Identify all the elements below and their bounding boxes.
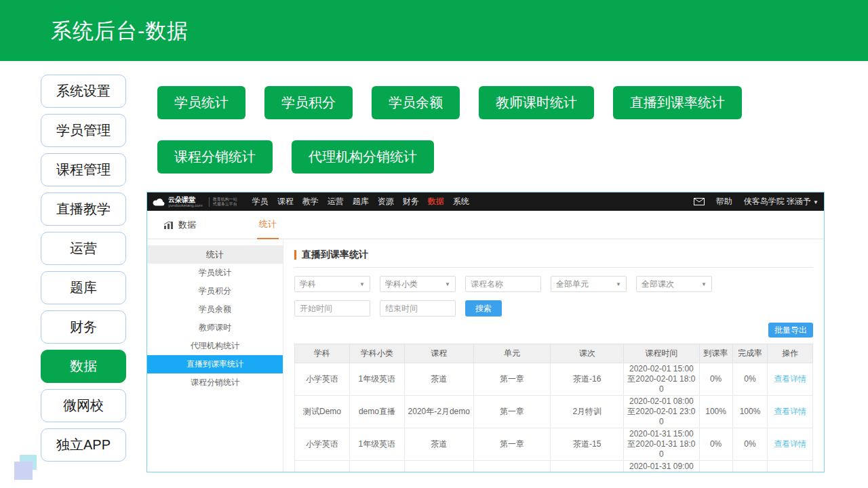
quick-buttons-row1: 学员统计 学员积分 学员余额 教师课时统计 直播到课率统计 <box>157 86 742 119</box>
app-nav-item[interactable]: 课程 <box>277 196 294 207</box>
decor-square-lavender <box>14 462 33 480</box>
quick-buttons-row2: 课程分销统计 代理机构分销统计 <box>157 140 434 174</box>
bar-chart-icon <box>163 220 174 229</box>
table-header-cell: 到课率 <box>699 344 732 363</box>
cell-course: 寒假辅导 <box>404 461 473 473</box>
filter-row-2: 搜索 <box>294 300 813 317</box>
app-nav-item[interactable]: 学员 <box>252 196 269 207</box>
help-link[interactable]: 帮助 <box>716 196 732 207</box>
category-select[interactable]: 学科小类 ▼ <box>380 276 456 292</box>
cell-category: demo直播 <box>349 396 404 428</box>
sidebar-item[interactable]: 运营 <box>41 232 126 265</box>
cell-attendance: 0% <box>699 461 732 473</box>
cell-attendance: 0% <box>699 428 732 461</box>
table-row: 小学英语 1年级英语 茶道 第一章 茶道-15 2020-01-31 15:00… <box>295 428 813 461</box>
menu-item[interactable]: 教师课时 <box>147 319 283 337</box>
export-row: 批量导出 <box>294 323 813 338</box>
cell-unit: 第一章 <box>473 363 551 396</box>
cell-category: 1年级英语 <box>349 428 404 461</box>
app-nav-item[interactable]: 运营 <box>328 196 344 207</box>
batch-export-button[interactable]: 批量导出 <box>768 323 813 338</box>
view-detail-link[interactable]: 查看详情 <box>774 472 806 472</box>
table-row: 小学英语 1年级英语 茶道 第一章 茶道-16 2020-02-01 15:00… <box>295 363 813 396</box>
cell-subject: 小学英语 <box>295 461 350 473</box>
chevron-down-icon: ▼ <box>445 281 450 287</box>
menu-item[interactable]: 学员统计 <box>147 264 283 282</box>
attendance-panel: 直播到课率统计 学科 ▼ 学科小类 ▼ 全部单元 ▼ 全部课次 ▼ <box>283 239 824 472</box>
quick-stat-button[interactable]: 学员积分 <box>264 86 353 119</box>
app-nav-item[interactable]: 数据 <box>428 196 444 207</box>
cell-time: 2020-02-01 15:00至2020-02-01 18:00 <box>624 363 700 396</box>
end-time-input[interactable] <box>380 300 456 317</box>
chevron-down-icon: ▼ <box>616 281 621 287</box>
start-time-input[interactable] <box>294 300 370 317</box>
statistics-menu: 统计 学员统计 学员积分 学员余额 教师课时 代理机构统计 直播到课率统计 课程… <box>147 239 283 472</box>
subject-select[interactable]: 学科 ▼ <box>294 276 370 292</box>
table-row: 测试Demo demo直播 2020年-2月demo 第一章 2月特训 2020… <box>295 396 813 428</box>
table-header-cell: 课次 <box>551 344 624 363</box>
cell-time: 2020-01-31 09:00至2020-01-31 18:00 <box>624 461 700 473</box>
view-detail-link[interactable]: 查看详情 <box>774 374 806 384</box>
app-nav-item[interactable]: 题库 <box>353 196 369 207</box>
cell-lesson: 2月特训 <box>551 396 624 428</box>
cell-course: 茶道 <box>404 363 473 396</box>
view-detail-link[interactable]: 查看详情 <box>774 407 806 416</box>
cell-course: 2020年-2月demo <box>404 396 473 428</box>
cell-subject: 小学英语 <box>295 428 350 461</box>
quick-stat-button[interactable]: 课程分销统计 <box>157 140 273 174</box>
cell-completion: 0% <box>732 363 768 396</box>
cell-lesson: 茶道-16 <box>551 363 624 396</box>
session-select[interactable]: 全部课次 ▼ <box>636 276 712 292</box>
cell-category: 1年级英语 <box>349 461 404 473</box>
table-header-cell: 单元 <box>473 344 551 363</box>
menu-item[interactable]: 学员积分 <box>147 282 283 300</box>
cell-lesson: 寒假辅导-5 <box>551 461 624 473</box>
title-accent-bar <box>294 250 296 260</box>
quick-stat-button[interactable]: 代理机构分销统计 <box>292 140 434 174</box>
unit-select[interactable]: 全部单元 ▼ <box>551 276 627 292</box>
app-navbar: 云朵课堂 yunduoketang.com 教育机构一站 式服务云平台 学员 课… <box>147 192 824 211</box>
view-detail-link[interactable]: 查看详情 <box>774 439 806 449</box>
course-name-input[interactable] <box>465 276 541 292</box>
account-menu[interactable]: 侠客岛学院 张涵予▼ <box>744 196 818 207</box>
tab-statistics[interactable]: 统计 <box>257 211 279 239</box>
sidebar-item[interactable]: 学员管理 <box>41 114 126 147</box>
logo-url: yunduoketang.com <box>168 203 203 207</box>
cell-category: 1年级英语 <box>349 363 404 396</box>
breadcrumb-row: 数据 统计 <box>147 211 824 239</box>
sidebar-item[interactable]: 系统设置 <box>41 75 126 108</box>
quick-stat-button[interactable]: 直播到课率统计 <box>613 86 742 119</box>
menu-item[interactable]: 直播到课率统计 <box>147 355 283 373</box>
quick-stat-button[interactable]: 学员统计 <box>157 86 245 119</box>
menu-item[interactable]: 课程分销统计 <box>147 373 283 392</box>
app-nav-item[interactable]: 资源 <box>378 196 394 207</box>
sidebar-item[interactable]: 数据 <box>41 350 126 383</box>
cloud-icon <box>153 198 165 206</box>
table-header-cell: 课程时间 <box>624 344 700 363</box>
cell-action: 查看详情 <box>768 363 813 396</box>
sidebar-item[interactable]: 课程管理 <box>41 153 126 186</box>
menu-item[interactable]: 代理机构统计 <box>147 337 283 355</box>
app-body: 统计 学员统计 学员积分 学员余额 教师课时 代理机构统计 直播到课率统计 课程… <box>147 239 824 472</box>
sidebar-item[interactable]: 微网校 <box>41 389 126 422</box>
menu-item[interactable]: 学员余额 <box>147 300 283 319</box>
sidebar-item[interactable]: 财务 <box>41 310 126 344</box>
mail-icon[interactable] <box>694 198 705 205</box>
quick-stat-button[interactable]: 学员余额 <box>372 86 460 119</box>
app-nav-item[interactable]: 系统 <box>453 196 469 207</box>
table-header-cell: 学科 <box>295 344 350 363</box>
cell-time: 2020-02-01 08:00至2020-02-01 23:00 <box>624 396 700 428</box>
app-nav-item[interactable]: 教学 <box>302 196 319 207</box>
cell-action: 查看详情 <box>768 428 813 461</box>
sidebar-item[interactable]: 独立APP <box>41 428 126 462</box>
cell-attendance: 100% <box>699 396 732 428</box>
admin-screenshot: 云朵课堂 yunduoketang.com 教育机构一站 式服务云平台 学员 课… <box>146 192 825 472</box>
sidebar-item[interactable]: 题库 <box>41 271 126 304</box>
search-button[interactable]: 搜索 <box>465 300 502 317</box>
main-sidebar: 系统设置 学员管理 课程管理 直播教学 运营 题库 财务 数据 微网校 独立AP… <box>41 75 126 462</box>
logo-title: 云朵课堂 <box>168 197 203 203</box>
app-nav-item[interactable]: 财务 <box>403 196 419 207</box>
sidebar-item[interactable]: 直播教学 <box>41 192 126 226</box>
quick-stat-button[interactable]: 教师课时统计 <box>479 86 594 119</box>
cell-lesson: 茶道-15 <box>551 428 624 461</box>
